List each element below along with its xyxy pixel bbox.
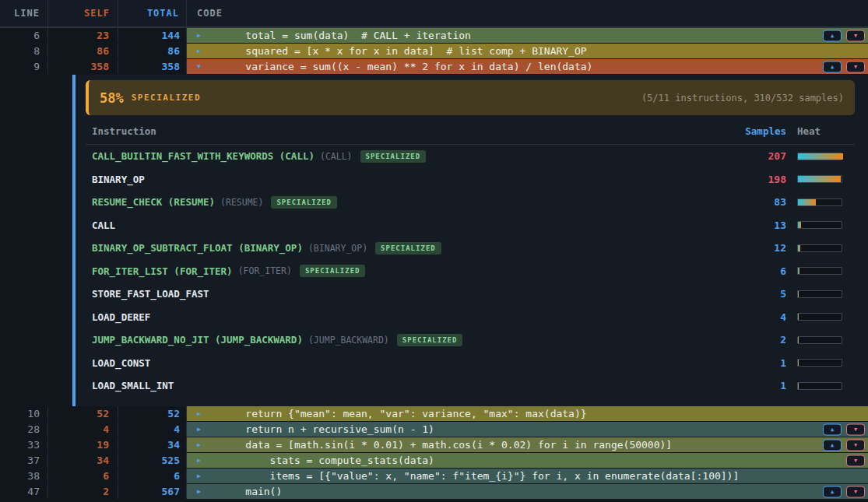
total-samples: 34 [118,437,187,452]
line-detail-section: 58% SPECIALIZED (5/11 instructions, 310/… [0,75,868,406]
total-samples: 525 [118,453,187,468]
base-opcode: (CALL) [320,151,353,162]
expand-toggle-icon[interactable]: ▶ [197,473,206,479]
instruction-name-group: CALL [92,219,743,231]
total-samples: 358 [118,59,187,74]
code-row: 47 2 567 ▶ main() ▲ ▼ [0,484,868,500]
heat-bar-track [797,153,842,160]
expand-toggle-icon[interactable]: ▶ [197,442,206,448]
self-samples: 86 [48,44,118,58]
line-number: 10 [0,406,48,421]
heat-bar-fill [798,291,799,297]
jump-down-button[interactable]: ▼ [846,486,865,497]
up-arrow-icon: ▲ [831,33,834,38]
row-nav-buttons: ▲ ▼ [823,30,865,41]
heat-bar [786,198,855,206]
instruction-rows: CALL_BUILTIN_FAST_WITH_KEYWORDS (CALL) (… [86,145,855,398]
opcode-name: LOAD_SMALL_INT [92,380,174,391]
opcode-name: CALL_BUILTIN_FAST_WITH_KEYWORDS (CALL) [92,150,315,162]
code-cell[interactable]: ▶ squared = [x * x for x in data] # list… [187,44,868,58]
code-cell[interactable]: ▶ total = sum(data) # CALL + iteration ▲… [187,28,868,43]
expand-toggle-icon[interactable]: ▶ [197,33,206,39]
down-arrow-icon: ▼ [854,427,857,432]
self-samples: 34 [48,453,118,468]
expand-toggle-icon[interactable]: ▼ [197,64,206,70]
sample-count: 2 [743,334,786,346]
instruction-name-group: BINARY_OP [92,174,743,185]
jump-down-button[interactable]: ▼ [846,439,865,451]
down-arrow-icon: ▼ [854,442,857,448]
jump-up-button[interactable]: ▲ [823,30,842,41]
heat-bar-fill [798,153,843,160]
jump-up-button[interactable]: ▲ [823,439,842,451]
heat-bar-fill [798,176,841,182]
jump-up-button[interactable]: ▲ [823,486,842,497]
code-row: 38 6 6 ▶ items = [{"value": x, "name": f… [0,469,868,484]
code-row: 33 19 34 ▶ data = [math.sin(i * 0.01) + … [0,437,868,453]
code-rows-bottom: 10 52 52 ▶ return {"mean": mean, "var": … [0,406,868,500]
code-cell[interactable]: ▼ variance = sum((x - mean) ** 2 for x i… [187,59,868,74]
source-code: main() [221,486,282,497]
jump-down-button[interactable]: ▼ [846,30,865,41]
heat-bar [786,267,855,275]
source-code: return n + recursive_sum(n - 1) [221,423,434,435]
instruction-row: JUMP_BACKWARD_NO_JIT (JUMP_BACKWARD) (JU… [86,328,855,352]
code-row: 10 52 52 ▶ return {"mean": mean, "var": … [0,406,868,422]
code-cell[interactable]: ▶ main() ▲ ▼ [187,484,868,499]
jump-down-button[interactable]: ▼ [846,455,865,466]
column-header-total[interactable]: TOTAL [118,0,187,26]
sample-count: 5 [743,288,786,300]
source-code: return {"mean": mean, "var": variance, "… [221,408,587,420]
instruction-table-header: Instruction Samples Heat [86,115,855,145]
heat-bar-track [797,175,842,183]
row-nav-buttons: ▲ ▼ [823,61,865,72]
expand-toggle-icon[interactable]: ▶ [197,427,206,433]
heat-bar-track [797,221,842,229]
heat-bar [786,244,855,252]
column-header-self[interactable]: SELF [48,0,118,26]
expand-toggle-icon[interactable]: ▶ [197,458,206,464]
heat-bar [786,336,855,344]
code-cell[interactable]: ▶ data = [math.sin(i * 0.01) + math.cos(… [187,437,868,452]
jump-up-button[interactable]: ▲ [823,61,842,72]
total-samples: 6 [118,469,187,483]
sample-count: 4 [743,311,786,323]
source-code: items = [{"value": x, "name": f"item_{i}… [221,470,739,482]
instruction-row: CALL_BUILTIN_FAST_WITH_KEYWORDS (CALL) (… [86,145,855,168]
instruction-name-group: JUMP_BACKWARD_NO_JIT (JUMP_BACKWARD) (JU… [92,334,743,346]
jump-up-button[interactable]: ▲ [823,423,842,435]
heat-bar-track [797,267,842,275]
column-header-line[interactable]: LINE [0,0,48,26]
up-arrow-icon: ▲ [831,64,834,69]
expand-toggle-icon[interactable]: ▶ [197,411,206,417]
expand-toggle-icon[interactable]: ▶ [197,48,206,54]
instruction-row: LOAD_DEREF 4 [86,306,855,329]
heat-bar-fill [798,268,799,274]
instruction-name-group: STORE_FAST_LOAD_FAST [92,288,743,300]
base-opcode: (JUMP_BACKWARD) [308,335,389,346]
jump-down-button[interactable]: ▼ [846,61,865,72]
expand-toggle-icon[interactable]: ▶ [197,489,206,495]
code-cell[interactable]: ▶ return {"mean": mean, "var": variance,… [187,406,868,421]
heat-bar [786,175,855,183]
down-arrow-icon: ▼ [854,64,857,69]
code-rows-top: 6 23 144 ▶ total = sum(data) # CALL + it… [0,28,868,75]
heat-bar-fill [798,360,799,366]
sample-count: 6 [743,265,786,277]
heat-bar [786,359,855,367]
column-header-samples[interactable]: Samples [743,125,786,137]
jump-down-button[interactable]: ▼ [846,423,865,435]
heat-bar-track [797,359,842,367]
heat-bar-track [797,313,842,321]
code-cell[interactable]: ▶ items = [{"value": x, "name": f"item_{… [187,469,868,483]
self-samples: 6 [48,469,118,483]
heat-bar [786,313,855,321]
heat-bar [786,153,855,160]
code-cell[interactable]: ▶ return n + recursive_sum(n - 1) ▲ ▼ [187,422,868,437]
instruction-name-group: CALL_BUILTIN_FAST_WITH_KEYWORDS (CALL) (… [92,150,743,163]
heat-bar-fill [798,245,800,251]
line-number: 28 [0,422,48,437]
sample-count: 1 [743,357,786,369]
sample-count: 1 [743,380,786,391]
code-cell[interactable]: ▶ stats = compute_stats(data) ▲ ▼ [187,453,868,468]
